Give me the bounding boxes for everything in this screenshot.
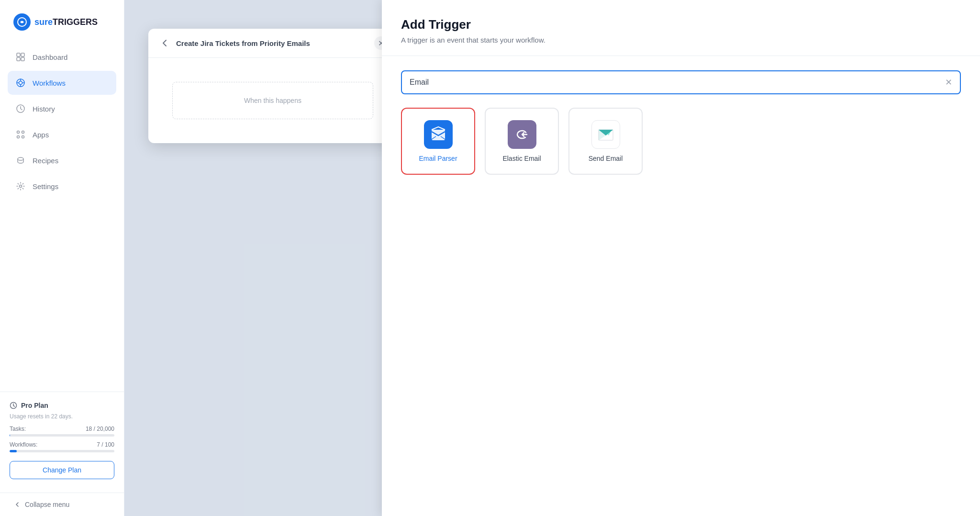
sidebar-item-dashboard[interactable]: Dashboard [8,45,116,69]
svg-point-14 [17,136,20,138]
back-button[interactable] [158,36,171,50]
apps-grid: Email Parser Elastic Email [401,108,961,175]
tasks-value: 18 / 20,000 [86,426,114,432]
send-email-label: Send Email [589,155,623,162]
workflow-dialog: Create Jira Tickets from Priority Emails… [148,29,397,143]
collapse-menu-label: Collapse menu [25,501,69,508]
tasks-label: Tasks: [10,426,26,432]
email-parser-label: Email Parser [419,155,457,162]
sidebar-nav: Dashboard Workflows [0,40,124,392]
when-label: When this happens [172,82,373,119]
workflows-label: Workflows: [10,441,37,448]
logo-icon [13,13,31,31]
history-icon [15,103,26,114]
workflows-progress-fill [10,450,17,452]
elastic-email-label: Elastic Email [502,155,541,162]
sidebar-item-recipes[interactable]: Recipes [8,148,116,172]
sidebar-item-apps-label: Apps [33,131,49,139]
sidebar-item-workflows[interactable]: Workflows [8,71,116,95]
main-content: Create Jira Tickets from Priority Emails… [124,0,980,516]
plan-icon [10,402,17,409]
usage-reset: Usage resets in 22 days. [10,413,114,420]
apps-icon [15,129,26,140]
svg-point-6 [19,81,22,85]
elastic-email-icon [508,120,536,149]
plan-name: Pro Plan [21,402,48,409]
workflows-value: 7 / 100 [97,441,114,448]
svg-rect-2 [21,53,24,56]
app-card-elastic-email[interactable]: Elastic Email [485,108,559,175]
workflow-body: When this happens [148,58,397,143]
svg-rect-4 [21,57,24,61]
trigger-panel-header: Add Trigger A trigger is an event that s… [382,0,980,56]
when-this-happens: When this happens [163,72,383,129]
recipes-icon [15,155,26,166]
add-trigger-panel: Add Trigger A trigger is an event that s… [382,0,980,516]
trigger-subtitle: A trigger is an event that starts your w… [401,36,961,44]
dashboard-icon [15,52,26,62]
sidebar-item-settings[interactable]: Settings [8,174,116,198]
sidebar-footer: Pro Plan Usage resets in 22 days. Tasks:… [0,392,124,493]
email-parser-icon [424,120,453,149]
sidebar-item-recipes-label: Recipes [33,157,58,165]
svg-point-13 [22,131,24,134]
app-card-send-email[interactable]: Send Email [568,108,643,175]
search-box: ✕ [401,70,961,94]
sidebar-item-workflows-label: Workflows [33,79,66,87]
workflows-icon [15,78,26,88]
svg-point-16 [18,157,23,160]
sidebar-item-settings-label: Settings [33,182,58,191]
chevron-left-icon [160,38,169,48]
tasks-progress-bar [10,434,114,437]
sidebar-item-history-label: History [33,105,55,113]
logo: sureTRIGGERS [0,0,124,40]
svg-point-17 [20,185,22,188]
plan-header: Pro Plan [10,402,114,409]
logo-text: sureTRIGGERS [34,17,98,27]
trigger-title: Add Trigger [401,17,961,32]
change-plan-button[interactable]: Change Plan [10,461,114,479]
svg-point-15 [22,136,24,138]
app-card-email-parser[interactable]: Email Parser [401,108,475,175]
workflows-progress-bar [10,450,114,452]
search-input[interactable] [410,78,945,87]
workflow-title-row: Create Jira Tickets from Priority Emails [158,36,310,50]
sidebar-item-apps[interactable]: Apps [8,123,116,146]
collapse-menu[interactable]: Collapse menu [0,493,124,516]
workflows-row: Workflows: 7 / 100 [10,441,114,448]
send-email-icon [591,120,620,149]
settings-icon [15,181,26,191]
svg-rect-3 [17,57,20,61]
sidebar: sureTRIGGERS Dashboard [0,0,124,516]
sidebar-item-history[interactable]: History [8,97,116,121]
tasks-row: Tasks: 18 / 20,000 [10,426,114,432]
workflow-header: Create Jira Tickets from Priority Emails… [148,29,397,58]
search-clear-icon[interactable]: ✕ [945,77,952,88]
svg-point-12 [17,131,20,134]
trigger-panel-body: ✕ Email Par [382,56,980,189]
sidebar-item-dashboard-label: Dashboard [33,53,67,61]
workflow-dialog-title: Create Jira Tickets from Priority Emails [176,39,310,47]
chevron-left-icon [13,501,21,508]
svg-rect-1 [17,53,20,56]
